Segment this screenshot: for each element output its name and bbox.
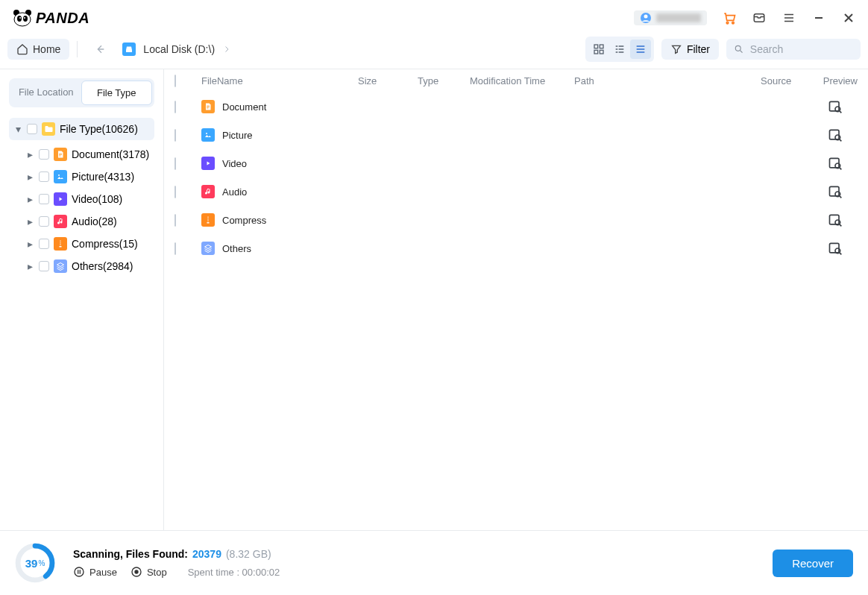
search-input[interactable] — [750, 43, 853, 55]
tree-item-vid[interactable]: ▸Video(108) — [22, 188, 154, 210]
checkbox[interactable] — [39, 261, 49, 271]
caret-right-icon: ▸ — [25, 148, 34, 160]
tree-item-aud[interactable]: ▸Audio(28) — [22, 210, 154, 233]
preview-button[interactable] — [828, 128, 843, 142]
tree-root-label: File Type(10626) — [60, 123, 138, 135]
view-list-button[interactable] — [630, 40, 651, 59]
row-checkbox[interactable] — [174, 101, 176, 113]
pause-button[interactable]: Pause — [73, 566, 117, 578]
checkbox[interactable] — [39, 216, 49, 227]
checkbox[interactable] — [27, 124, 37, 134]
home-icon — [16, 43, 28, 55]
checkbox[interactable] — [39, 149, 49, 160]
row-checkbox[interactable] — [174, 129, 176, 142]
checkbox[interactable] — [39, 194, 49, 204]
list-row[interactable]: Audio — [164, 177, 868, 206]
list-row[interactable]: Document — [164, 92, 868, 121]
window-close-icon[interactable] — [841, 10, 856, 25]
svg-point-33 — [75, 567, 84, 576]
preview-button[interactable] — [828, 184, 843, 199]
folder-icon — [42, 122, 55, 136]
tree-item-label: Compress(15) — [72, 238, 138, 250]
col-preview[interactable]: Preview — [813, 75, 858, 86]
panda-icon — [12, 9, 33, 27]
svg-point-8 — [644, 15, 648, 19]
user-avatar-icon — [640, 12, 652, 24]
col-name[interactable]: FileName — [201, 75, 358, 86]
stop-button[interactable]: Stop — [130, 566, 167, 578]
svg-point-4 — [23, 16, 28, 22]
brand-text: PANDA — [36, 10, 89, 27]
checkbox[interactable] — [39, 239, 49, 249]
breadcrumb-location[interactable]: Local Disk (D:\) — [143, 43, 215, 55]
col-size[interactable]: Size — [358, 75, 418, 86]
svg-point-5 — [19, 17, 21, 19]
tree-item-oth[interactable]: ▸Others(2984) — [22, 255, 154, 277]
view-switch — [585, 37, 654, 62]
home-button[interactable]: Home — [7, 39, 69, 60]
tree-item-pic[interactable]: ▸Picture(4313) — [22, 166, 154, 188]
list-row[interactable]: Video — [164, 149, 868, 177]
list-row[interactable]: Picture — [164, 121, 868, 149]
view-grid-button[interactable] — [588, 40, 609, 59]
preview-button[interactable] — [828, 99, 843, 114]
list-row[interactable]: Compress — [164, 206, 868, 234]
col-type[interactable]: Type — [418, 75, 470, 86]
caret-right-icon: ▸ — [25, 215, 34, 227]
scan-found-size: (8.32 GB) — [226, 548, 271, 560]
tree-item-cmp[interactable]: ▸Compress(15) — [22, 233, 154, 255]
col-path[interactable]: Path — [574, 75, 761, 86]
progress-unit: % — [38, 559, 45, 567]
view-detail-button[interactable] — [609, 40, 630, 59]
recover-button[interactable]: Recover — [773, 550, 853, 577]
list-row[interactable]: Others — [164, 234, 868, 262]
app-logo: PANDA — [12, 9, 89, 27]
scan-found-count: 20379 — [192, 548, 221, 560]
row-name: Picture — [222, 130, 252, 141]
sidebar-tabs: File Location File Type — [9, 78, 154, 107]
tree-root-file-type[interactable]: ▾ File Type(10626) — [9, 118, 154, 140]
preview-button[interactable] — [828, 156, 843, 171]
scan-status-label: Scanning, Files Found: — [73, 548, 188, 560]
pause-label: Pause — [89, 567, 117, 578]
doc-icon — [54, 148, 67, 161]
progress-donut: 39% — [15, 543, 55, 583]
stop-icon — [130, 566, 142, 578]
nav-back-button[interactable] — [85, 39, 115, 60]
select-all-checkbox[interactable] — [174, 75, 176, 87]
filter-button[interactable]: Filter — [661, 39, 719, 60]
preview-button[interactable] — [828, 212, 843, 227]
row-checkbox[interactable] — [174, 186, 176, 198]
stop-label: Stop — [147, 567, 167, 578]
user-info[interactable] — [634, 10, 707, 25]
tree-item-doc[interactable]: ▸Document(3178) — [22, 143, 154, 166]
tree-item-label: Picture(4313) — [72, 171, 134, 183]
svg-rect-15 — [600, 50, 603, 54]
svg-point-35 — [135, 570, 138, 573]
cmp-icon — [54, 237, 67, 251]
col-source[interactable]: Source — [761, 75, 813, 86]
row-checkbox[interactable] — [174, 242, 176, 255]
cmp-icon — [201, 213, 215, 227]
aud-icon — [54, 215, 67, 228]
inbox-icon[interactable] — [752, 10, 767, 25]
tab-file-location[interactable]: File Location — [11, 81, 81, 105]
menu-icon[interactable] — [781, 10, 796, 25]
checkbox[interactable] — [39, 171, 49, 182]
preview-button[interactable] — [828, 241, 843, 256]
search-box[interactable] — [726, 39, 861, 60]
caret-down-icon: ▾ — [13, 123, 22, 135]
row-checkbox[interactable] — [174, 214, 176, 227]
svg-point-3 — [17, 16, 22, 22]
caret-right-icon: ▸ — [25, 193, 34, 205]
oth-icon — [201, 242, 215, 255]
cart-icon[interactable] — [722, 10, 737, 25]
disk-icon — [122, 42, 136, 56]
row-checkbox[interactable] — [174, 157, 176, 170]
tree-item-label: Document(3178) — [72, 148, 149, 160]
oth-icon — [54, 259, 67, 273]
window-minimize-icon[interactable] — [811, 10, 826, 25]
svg-rect-13 — [600, 45, 603, 48]
col-mtime[interactable]: Modification Time — [470, 75, 574, 86]
tab-file-type[interactable]: File Type — [81, 81, 153, 105]
